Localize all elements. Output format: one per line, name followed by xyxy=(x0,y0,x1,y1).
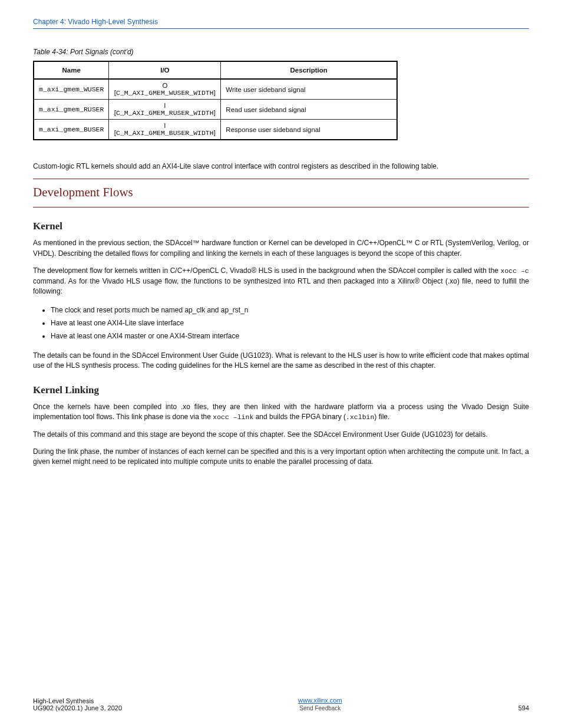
signal-table: Name I/O Description m_axi_gmem_WUSER O … xyxy=(33,61,398,140)
paragraph: During the link phase, the number of ins… xyxy=(33,447,529,467)
list-item: Have at least one AXI4 master or one AXI… xyxy=(51,330,529,342)
header-rule xyxy=(33,28,529,29)
cell-desc: Write user sideband signal xyxy=(221,79,397,100)
paragraph: Once the kernels have been compiled into… xyxy=(33,402,529,423)
cell-name: m_axi_gmem_RUSER xyxy=(34,100,109,120)
sub-heading-kernel: Kernel xyxy=(33,220,529,232)
paragraph: As mentioned in the previous section, th… xyxy=(33,238,529,259)
table-row: m_axi_gmem_RUSER I [C_M_AXI_GMEM_RUSER_W… xyxy=(34,100,397,120)
doc-version: UG902 (v2020.1) June 3, 2020 xyxy=(33,704,122,711)
table-header-row: Name I/O Description xyxy=(34,61,397,79)
feedback-prompt[interactable]: Send Feedback xyxy=(122,705,518,711)
paragraph: The details of this command and this sta… xyxy=(33,430,529,440)
cell-name: m_axi_gmem_BUSER xyxy=(34,120,109,140)
col-header-io: I/O xyxy=(109,61,221,79)
registers-paragraph: Custom-logic RTL kernels should add an A… xyxy=(33,162,529,172)
cell-io: O [C_M_AXI_GMEM_WUSER_WIDTH] xyxy=(109,79,221,100)
col-header-name: Name xyxy=(34,61,109,79)
cell-io: I [C_M_AXI_GMEM_BUSER_WIDTH] xyxy=(109,120,221,140)
col-header-desc: Description xyxy=(221,61,397,79)
footer-left: High-Level Synthesis UG902 (v2020.1) Jun… xyxy=(33,697,122,711)
breadcrumb-link[interactable]: Chapter 4: Vivado High-Level Synthesis xyxy=(33,18,529,26)
page-number: 594 xyxy=(518,704,529,711)
xilinx-link[interactable]: www.xilinx.com xyxy=(298,697,342,704)
cell-desc: Read user sideband signal xyxy=(221,100,397,120)
table-row: m_axi_gmem_WUSER O [C_M_AXI_GMEM_WUSER_W… xyxy=(34,79,397,100)
paragraph: The development flow for kernels written… xyxy=(33,266,529,297)
cell-name: m_axi_gmem_WUSER xyxy=(34,79,109,100)
sub-heading-linking: Kernel Linking xyxy=(33,384,529,396)
paragraph: The details can be found in the SDAccel … xyxy=(33,351,529,371)
section-heading: Development Flows xyxy=(33,179,529,207)
cell-desc: Response user sideband signal xyxy=(221,120,397,140)
footer-center: www.xilinx.com Send Feedback xyxy=(122,697,518,711)
doc-title: High-Level Synthesis xyxy=(33,697,122,704)
cell-io: I [C_M_AXI_GMEM_RUSER_WIDTH] xyxy=(109,100,221,120)
table-row: m_axi_gmem_BUSER I [C_M_AXI_GMEM_BUSER_W… xyxy=(34,120,397,140)
list-item: Have at least one AXI4-Lite slave interf… xyxy=(51,317,529,329)
bullet-list: The clock and reset ports much be named … xyxy=(51,304,529,342)
table-title: Table 4-34: Port Signals (cont'd) xyxy=(33,48,134,56)
page-footer: High-Level Synthesis UG902 (v2020.1) Jun… xyxy=(33,697,529,711)
list-item: The clock and reset ports much be named … xyxy=(51,304,529,316)
